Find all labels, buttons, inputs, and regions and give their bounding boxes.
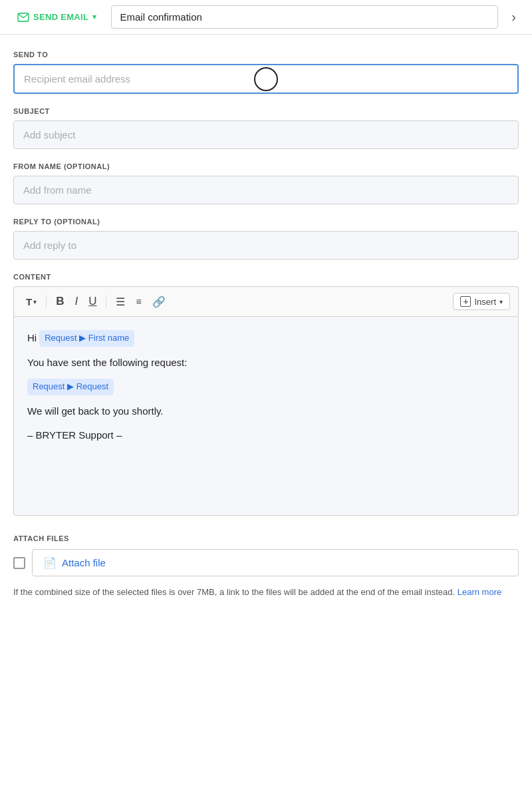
attach-files-label: ATTACH FILES xyxy=(13,534,519,542)
bold-button[interactable]: B xyxy=(52,292,68,311)
content-section: CONTENT T ▾ B I U ☰ xyxy=(13,273,519,516)
from-name-section: FROM NAME (OPTIONAL) xyxy=(13,162,519,204)
from-name-input[interactable] xyxy=(13,176,519,204)
signature-line: – BRYTER Support – xyxy=(27,427,505,443)
link-button[interactable]: 🔗 xyxy=(148,293,170,311)
learn-more-link[interactable]: Learn more xyxy=(458,587,501,597)
attach-file-label: Attach file xyxy=(62,557,106,568)
nav-forward-button[interactable]: › xyxy=(506,7,521,27)
insert-button[interactable]: + Insert ▾ xyxy=(453,293,510,310)
attach-file-icon: 📄 xyxy=(43,556,57,569)
toolbar-divider-1 xyxy=(46,295,47,308)
italic-icon: I xyxy=(74,295,78,308)
followup-line: We will get back to you shortly. xyxy=(27,403,505,419)
insert-chevron: ▾ xyxy=(499,298,503,305)
main-content: SEND TO SUBJECT FROM NAME (OPTIONAL) REP… xyxy=(0,35,532,615)
ordered-list-icon: ≡ xyxy=(136,296,141,307)
text-style-chevron: ▾ xyxy=(33,298,37,305)
recipient-email-input[interactable] xyxy=(13,64,519,94)
attach-checkbox[interactable] xyxy=(13,557,25,569)
greeting-text: Hi xyxy=(27,330,37,346)
request-tag-label: Request ▶ Request xyxy=(33,380,108,394)
bold-icon: B xyxy=(56,295,64,308)
top-bar: SEND EMAIL ▾ › xyxy=(0,0,532,35)
subject-input[interactable] xyxy=(13,120,519,149)
attach-file-button[interactable]: 📄 Attach file xyxy=(32,549,519,576)
first-name-tag-label: Request ▶ First name xyxy=(45,331,129,345)
send-to-section: SEND TO xyxy=(13,51,519,94)
attach-files-section: ATTACH FILES 📄 Attach file If the combin… xyxy=(13,534,519,599)
greeting-line: Hi Request ▶ First name xyxy=(27,330,505,347)
followup-text: We will get back to you shortly. xyxy=(27,405,164,417)
attach-note-text: If the combined size of the selected fil… xyxy=(13,587,455,597)
editor-toolbar: T ▾ B I U ☰ ≡ xyxy=(13,286,519,316)
italic-button[interactable]: I xyxy=(70,292,82,311)
first-name-tag[interactable]: Request ▶ First name xyxy=(39,330,134,347)
email-title-input[interactable] xyxy=(111,5,498,29)
subject-section: SUBJECT xyxy=(13,107,519,149)
send-email-button[interactable]: SEND EMAIL ▾ xyxy=(11,8,103,26)
request-tag[interactable]: Request ▶ Request xyxy=(27,379,114,395)
request-intro-line: You have sent the following request: xyxy=(27,355,505,371)
content-label: CONTENT xyxy=(13,273,519,281)
bullet-list-icon: ☰ xyxy=(116,296,125,308)
toolbar-divider-2 xyxy=(106,295,106,308)
send-email-label: SEND EMAIL xyxy=(33,12,88,22)
underline-icon: U xyxy=(88,295,96,308)
from-name-label: FROM NAME (OPTIONAL) xyxy=(13,162,519,170)
underline-button[interactable]: U xyxy=(84,292,100,311)
subject-label: SUBJECT xyxy=(13,107,519,115)
insert-label: Insert xyxy=(474,297,496,307)
bullet-list-button[interactable]: ☰ xyxy=(112,293,129,311)
insert-icon: + xyxy=(460,296,471,307)
text-style-icon: T xyxy=(26,296,32,307)
attach-note: If the combined size of the selected fil… xyxy=(13,586,519,599)
text-style-button[interactable]: T ▾ xyxy=(22,294,41,310)
ordered-list-button[interactable]: ≡ xyxy=(132,294,145,309)
request-intro-text: You have sent the following request: xyxy=(27,357,187,368)
signature-text: – BRYTER Support – xyxy=(27,429,122,441)
reply-to-label: REPLY TO (OPTIONAL) xyxy=(13,218,519,226)
request-tag-line: Request ▶ Request xyxy=(27,379,505,395)
envelope-icon xyxy=(17,13,29,22)
attach-row: 📄 Attach file xyxy=(13,549,519,576)
link-icon: 🔗 xyxy=(152,296,166,308)
editor-area[interactable]: Hi Request ▶ First name You have sent th… xyxy=(13,316,519,516)
send-to-label: SEND TO xyxy=(13,51,519,59)
reply-to-section: REPLY TO (OPTIONAL) xyxy=(13,218,519,260)
reply-to-input[interactable] xyxy=(13,231,519,260)
chevron-down-icon: ▾ xyxy=(92,13,96,21)
